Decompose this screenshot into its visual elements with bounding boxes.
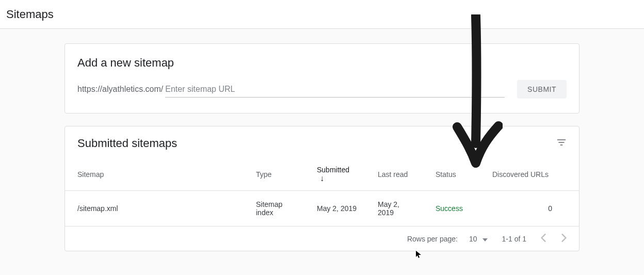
rows-per-page-label: Rows per page: xyxy=(407,235,458,243)
page-header: Sitemaps xyxy=(0,0,644,29)
add-sitemap-row: https://alyathletics.com/ SUBMIT xyxy=(65,80,579,113)
cell-submitted: May 2, 2019 xyxy=(304,191,365,227)
filter-icon[interactable] xyxy=(556,137,567,150)
dropdown-arrow-icon xyxy=(482,235,488,243)
cell-urls: 0 xyxy=(480,191,579,227)
main-container: Add a new sitemap https://alyathletics.c… xyxy=(65,43,579,251)
rows-per-page: Rows per page: 10 xyxy=(407,235,488,243)
add-sitemap-header: Add a new sitemap xyxy=(65,44,579,80)
add-sitemap-title: Add a new sitemap xyxy=(77,56,567,70)
sitemap-input-wrap xyxy=(165,82,505,98)
cursor-icon xyxy=(415,250,422,260)
pagination: Rows per page: 10 1-1 of 1 xyxy=(65,227,579,251)
table-header-row: Sitemap Type Submitted ↓ Last read Statu… xyxy=(65,158,579,191)
col-header-urls[interactable]: Discovered URLs xyxy=(480,158,579,191)
pagination-range: 1-1 of 1 xyxy=(502,235,526,243)
sitemap-url-input[interactable] xyxy=(165,82,505,98)
col-header-status[interactable]: Status xyxy=(423,158,480,191)
col-header-sitemap[interactable]: Sitemap xyxy=(65,158,244,191)
next-page-button[interactable] xyxy=(561,234,567,244)
col-header-type[interactable]: Type xyxy=(244,158,304,191)
cell-sitemap: /sitemap.xml xyxy=(65,191,244,227)
page-nav xyxy=(541,234,567,244)
domain-prefix: https://alyathletics.com/ xyxy=(77,85,163,94)
submitted-sitemaps-card: Submitted sitemaps Sitemap Type Submitte… xyxy=(65,126,579,251)
col-header-lastread[interactable]: Last read xyxy=(365,158,423,191)
prev-page-button[interactable] xyxy=(541,234,546,244)
table-row[interactable]: /sitemap.xml Sitemap index May 2, 2019 M… xyxy=(65,191,579,227)
arrow-down-icon: ↓ xyxy=(320,174,324,183)
col-header-submitted-label: Submitted xyxy=(317,166,349,174)
page-title: Sitemaps xyxy=(6,8,54,21)
sitemaps-table: Sitemap Type Submitted ↓ Last read Statu… xyxy=(65,158,579,227)
rows-per-page-select[interactable]: 10 xyxy=(469,235,488,243)
cell-type: Sitemap index xyxy=(244,191,304,227)
cell-lastread: May 2, 2019 xyxy=(365,191,423,227)
submitted-header: Submitted sitemaps xyxy=(65,126,579,158)
submit-button[interactable]: SUBMIT xyxy=(517,80,567,99)
rows-per-page-value: 10 xyxy=(469,235,477,243)
add-sitemap-card: Add a new sitemap https://alyathletics.c… xyxy=(65,43,579,114)
status-badge: Success xyxy=(436,204,463,213)
col-header-submitted[interactable]: Submitted ↓ xyxy=(304,158,365,191)
submitted-title: Submitted sitemaps xyxy=(77,137,177,150)
cell-status: Success xyxy=(423,191,480,227)
